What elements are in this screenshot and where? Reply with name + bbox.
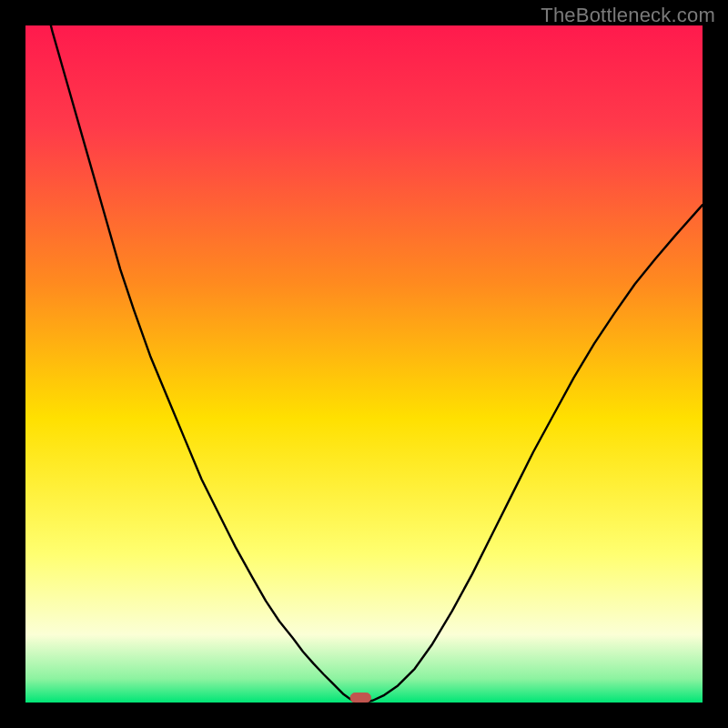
- optimum-marker: [350, 693, 370, 703]
- chart-frame: TheBottleneck.com: [0, 0, 728, 728]
- watermark-text: TheBottleneck.com: [541, 4, 715, 27]
- plot-background: [25, 25, 703, 703]
- bottleneck-chart: [25, 25, 703, 703]
